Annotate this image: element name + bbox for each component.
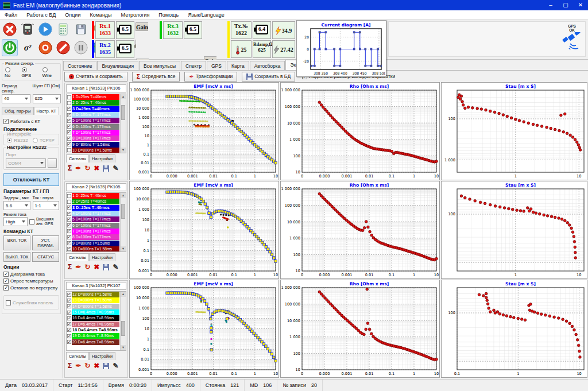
signal-list[interactable]: 12 D=800ns T=1.58ms13 D=800ns T=1.58ms14… — [66, 291, 126, 351]
sidebar-tab-Общ. пар-ры[interactable]: Общ. пар-ры — [2, 107, 34, 115]
signal-row[interactable]: 1 D=25ns T=40mcs — [67, 193, 119, 199]
signal-checkbox[interactable] — [67, 130, 71, 134]
signal-row[interactable]: 9 D=800ns T=1.58ms — [67, 240, 119, 246]
tab-GPS[interactable]: GPS — [207, 61, 226, 70]
scroll-thumb[interactable] — [121, 105, 125, 120]
scroll-down-icon[interactable]: ▼ — [121, 148, 126, 153]
menu-item-Помощь[interactable]: Помощь — [154, 12, 183, 18]
command-button-УСТ. ПАРАМ.[interactable]: УСТ. ПАРАМ. — [32, 235, 59, 250]
signal-checkbox[interactable] — [67, 241, 71, 245]
sum-icon[interactable]: Σ — [68, 164, 72, 172]
signal-row[interactable]: 10 D=800ns T=1.58ms — [67, 148, 119, 153]
option-checkbox-Диаграмма тока[interactable]: Диаграмма тока — [3, 272, 59, 277]
floppy-icon[interactable] — [103, 363, 109, 369]
transformations-button[interactable]: ✒Трансформации — [184, 72, 237, 82]
signal-row[interactable]: 18 D=6.4mcs T=8.96ms — [67, 327, 119, 333]
menu-item-Команды[interactable]: Команды — [85, 12, 116, 18]
signal-checkbox[interactable] — [67, 340, 71, 344]
signal-checkbox[interactable] — [67, 334, 71, 338]
signal-row[interactable]: 13 D=800ns T=1.58ms — [67, 297, 119, 303]
save-to-db-button[interactable]: Сохранить в БД — [242, 72, 295, 82]
current-mode-select[interactable]: High — [3, 217, 28, 226]
signal-checkbox[interactable] — [67, 328, 71, 332]
delete-icon[interactable]: ✖ — [94, 263, 99, 271]
sum-icon[interactable]: Σ — [68, 362, 72, 370]
sigma-squared-button[interactable]: σ² — [20, 39, 36, 56]
signal-list[interactable]: 1 D=25ns T=40mcs2 D=25ns T=40mcs3 D=25ns… — [66, 192, 126, 252]
option-checkbox-Останов по перегреву[interactable]: Останов по перегреву — [3, 285, 59, 291]
signal-checkbox[interactable] — [67, 316, 71, 320]
scrollbar[interactable]: ▲▼ — [120, 94, 126, 153]
signal-row[interactable]: 14 D=800ns T=1.58ms — [67, 304, 119, 309]
signal-checkbox[interactable] — [67, 211, 71, 215]
scroll-thumb[interactable] — [121, 204, 125, 219]
port-select[interactable]: COM4 — [6, 158, 46, 168]
signal-row[interactable]: 9 D=800ns T=1.58ms — [67, 141, 119, 147]
signal-checkbox[interactable] — [67, 148, 71, 152]
signal-checkbox[interactable] — [67, 304, 71, 308]
disconnect-kt-button[interactable]: Отключить КТ — [3, 173, 59, 186]
signal-list[interactable]: 1 D=25ns T=40mcs2 D=25ns T=40mcs3 D=25ns… — [66, 94, 126, 153]
power-button[interactable] — [2, 39, 18, 56]
signal-row[interactable]: 17 D=6.4mcs T=8.96ms — [67, 321, 119, 327]
scroll-up-icon[interactable]: ▲ — [121, 193, 126, 198]
scroll-up-icon[interactable]: ▲ — [121, 292, 126, 297]
tab-Состояние[interactable]: Состояние — [63, 61, 96, 70]
signal-row[interactable]: 10 D=800ns T=1.58ms — [67, 246, 119, 252]
signal-row[interactable]: 6 D=100ns T=177mcs — [67, 222, 119, 228]
ratio-select[interactable]: 1:1 — [33, 201, 60, 210]
edit-icon[interactable]: ✎ — [113, 164, 118, 172]
signal-row[interactable]: 16 D=6.4mcs T=8.96ms — [67, 315, 119, 321]
signal-row[interactable]: 19 D=6.4mcs T=8.96ms — [67, 333, 119, 339]
refresh-icon[interactable]: ↻ — [84, 362, 90, 370]
minimize-icon[interactable]: – — [543, 0, 558, 10]
tab-Визуализация[interactable]: Визуализация — [97, 61, 138, 70]
shunt-select[interactable]: 625 — [33, 94, 61, 103]
service-panel-checkbox[interactable]: Служебная панель — [6, 300, 57, 305]
ext-gps-ant-checkbox[interactable]: Внешняя ант. GPS — [29, 217, 59, 226]
option-checkbox-Опрос температуры[interactable]: Опрос температуры — [3, 278, 59, 284]
save-button[interactable] — [73, 21, 89, 38]
channel-tab-Сигналы[interactable]: Сигналы — [66, 352, 89, 360]
scrollbar[interactable]: ▲▼ — [120, 292, 126, 350]
close-session-button[interactable] — [2, 21, 18, 38]
signal-checkbox[interactable] — [67, 310, 71, 314]
signal-checkbox[interactable] — [67, 142, 71, 146]
signal-row[interactable]: 8 D=100ns T=177mcs — [67, 136, 119, 141]
scroll-up-icon[interactable]: ▲ — [121, 94, 126, 99]
marker-pen-icon[interactable]: ✒ — [75, 263, 81, 271]
channel-tab-Сигналы[interactable]: Сигналы — [66, 253, 89, 261]
signal-checkbox[interactable] — [67, 235, 71, 239]
refresh-icon[interactable]: ↻ — [84, 164, 90, 172]
read-save-button[interactable]: Считать и сохранить — [64, 72, 127, 82]
command-button-СТАТУС[interactable]: СТАТУС — [32, 252, 59, 262]
signal-checkbox[interactable] — [67, 247, 71, 251]
delete-icon[interactable]: ✖ — [94, 164, 99, 172]
signal-row[interactable]: 5 D=100ns T=177mcs — [67, 216, 119, 222]
signal-row[interactable]: 2 D=25ns T=40mcs — [67, 199, 119, 204]
sidebar-tab-Настр. КТ[interactable]: Настр. КТ — [34, 107, 60, 115]
edit-icon[interactable]: ✎ — [113, 263, 118, 271]
signal-checkbox[interactable] — [67, 137, 71, 141]
tab-Карта[interactable]: Карта — [227, 61, 249, 70]
signal-row[interactable]: 20 D=6.4mcs T=8.96ms — [67, 339, 119, 344]
scroll-thumb[interactable] — [121, 321, 125, 336]
sync-radio-No[interactable]: No — [5, 67, 17, 78]
signal-row[interactable]: 12 D=800ns T=1.58ms — [67, 292, 119, 297]
delay-select[interactable]: 5.6 — [3, 201, 30, 210]
signal-checkbox[interactable] — [67, 218, 71, 222]
signal-checkbox[interactable] — [67, 299, 71, 303]
scroll-down-icon[interactable]: ▼ — [121, 246, 126, 251]
menu-item-Файл[interactable]: Файл — [0, 12, 22, 18]
tab-Все импульсы[interactable]: Все импульсы — [139, 61, 180, 70]
signal-row[interactable]: 3 D=25ns T=40mcs — [67, 106, 119, 112]
channel-tab-Настройки[interactable]: Настройки — [89, 253, 115, 261]
calculator-button[interactable] — [55, 21, 71, 38]
close-icon[interactable]: ✕ — [573, 0, 588, 10]
work-kt-checkbox[interactable]: Работать с КТ — [3, 119, 59, 124]
signal-checkbox[interactable] — [67, 119, 71, 123]
sync-radio-Wire[interactable]: Wire — [42, 67, 59, 78]
port-refresh-button[interactable] — [48, 158, 57, 168]
signal-row[interactable]: 8 D=100ns T=177mcs — [67, 234, 119, 240]
menu-item-Работа с БД[interactable]: Работа с БД — [22, 12, 60, 18]
